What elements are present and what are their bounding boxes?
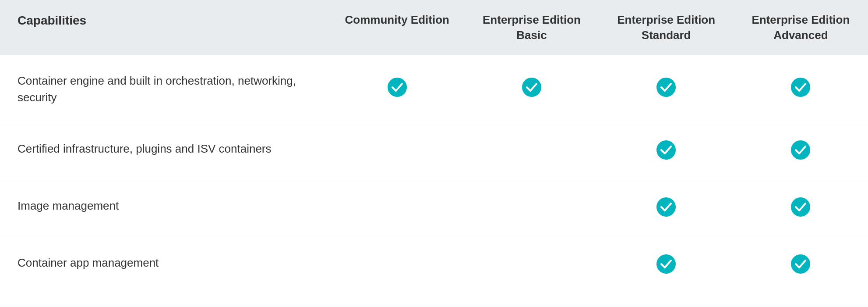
svg-point-6 [657,198,675,216]
feature-cell: Certified infrastructure, plugins and IS… [0,123,330,180]
col-header-capabilities: Capabilities [0,0,330,55]
check-cell-community [330,123,464,180]
svg-point-5 [791,141,810,159]
feature-cell: Container app management [0,237,330,294]
check-cell-ee_advanced [734,237,868,294]
check-icon [790,140,811,160]
svg-point-7 [791,198,810,216]
table-row: Container engine and built in orchestrat… [0,55,868,123]
check-cell-ee_standard [599,123,734,180]
check-cell-ee_advanced [734,123,868,180]
table-header-row: Capabilities Community Edition Enterpris… [0,0,868,55]
check-icon [790,77,811,97]
table-row: Image management [0,180,868,237]
table-row: Certified infrastructure, plugins and IS… [0,123,868,180]
capabilities-table-wrapper: Capabilities Community Edition Enterpris… [0,0,868,307]
col-header-ee-standard: Enterprise Edition Standard [599,0,734,55]
check-icon [656,77,676,97]
check-cell-community [330,237,464,294]
check-cell-ee_basic [464,180,599,237]
col-header-ee-advanced: Enterprise Edition Advanced [734,0,868,55]
capabilities-table: Capabilities Community Edition Enterpris… [0,0,868,307]
table-row: Container app management [0,237,868,294]
check-cell-ee_advanced [734,294,868,307]
check-cell-ee_standard [599,55,734,123]
check-icon [656,197,676,217]
col-header-ee-basic: Enterprise Edition Basic [464,0,599,55]
check-icon [790,254,811,274]
svg-point-2 [657,78,675,96]
svg-point-8 [657,255,675,273]
check-cell-ee_basic [464,55,599,123]
check-cell-ee_basic [464,123,599,180]
svg-point-0 [388,78,406,96]
table-row: Image security scanning [0,294,868,307]
feature-cell: Image security scanning [0,294,330,307]
check-icon [656,140,676,160]
check-cell-community [330,55,464,123]
check-cell-ee_advanced [734,180,868,237]
check-cell-ee_basic [464,237,599,294]
check-cell-ee_standard [599,237,734,294]
svg-point-3 [791,78,810,96]
check-cell-ee_standard [599,180,734,237]
check-cell-community [330,180,464,237]
check-icon [522,77,542,97]
feature-cell: Image management [0,180,330,237]
check-icon [790,197,811,217]
feature-cell: Container engine and built in orchestrat… [0,55,330,123]
check-cell-community [330,294,464,307]
svg-point-9 [791,255,810,273]
check-cell-ee_advanced [734,55,868,123]
col-header-community: Community Edition [330,0,464,55]
check-icon [387,77,407,97]
svg-point-4 [657,141,675,159]
svg-point-1 [522,78,541,96]
check-icon [656,254,676,274]
check-cell-ee_standard [599,294,734,307]
check-cell-ee_basic [464,294,599,307]
